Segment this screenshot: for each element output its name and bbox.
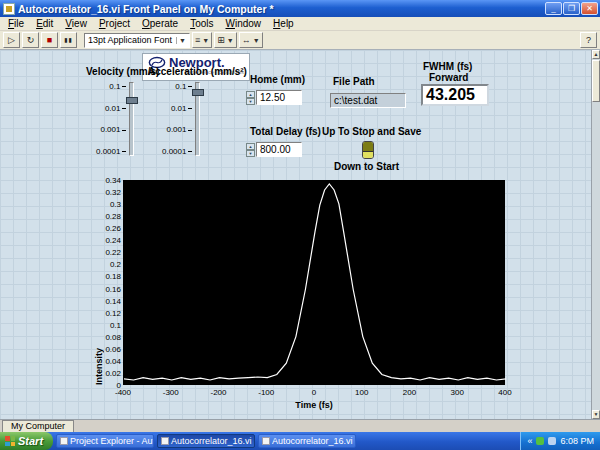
decrement-icon[interactable]: ▼ — [246, 98, 255, 105]
acceleration-label: Acceleration (mm/s²) — [148, 66, 247, 77]
align-objects-dropdown[interactable]: ≡▼ — [192, 32, 212, 48]
taskbar-item-icon — [262, 437, 270, 445]
taskbar-item-icon — [60, 437, 68, 445]
y-tick-label: 0.24 — [105, 236, 121, 245]
labview-front-panel-window: Autocorrelator_16.vi Front Panel on My C… — [0, 0, 600, 450]
menu-operate[interactable]: Operate — [136, 17, 184, 31]
increment-decrement-buttons[interactable]: ▲▼ — [246, 143, 255, 157]
increment-icon[interactable]: ▲ — [246, 91, 255, 98]
slider-tick-label: 0.01 — [171, 104, 193, 113]
fwhm-label: FWHM (fs) — [423, 61, 472, 72]
resize-objects-dropdown[interactable]: ↔▼ — [239, 32, 263, 48]
minimize-button[interactable]: _ — [545, 2, 562, 15]
y-tick-label: 0.2 — [110, 260, 121, 269]
tray-status-icon[interactable] — [536, 437, 544, 445]
taskbar-item[interactable]: Project Explorer - Autoc... — [56, 434, 154, 448]
velocity-slider[interactable]: 0.10.010.0010.0001 — [96, 82, 134, 156]
increment-icon[interactable]: ▲ — [246, 143, 255, 150]
home-label: Home (mm) — [250, 74, 305, 85]
total-delay-control[interactable]: ▲▼ 800.00 — [246, 142, 302, 157]
y-tick-label: 0.02 — [105, 368, 121, 377]
taskbar-item-label: Autocorrelator_16.vi Blo... — [272, 435, 356, 447]
menu-project[interactable]: Project — [93, 17, 136, 31]
stop-start-toggle[interactable] — [362, 141, 374, 159]
x-tick-label: -100 — [258, 388, 274, 397]
x-axis-tick-labels: -400-300-200-1000100200300400 — [123, 388, 505, 398]
y-tick-label: 0.08 — [105, 332, 121, 341]
y-tick-label: 0.16 — [105, 284, 121, 293]
decrement-icon[interactable]: ▼ — [246, 150, 255, 157]
toggle-down-label: Down to Start — [334, 161, 399, 172]
target-tab-strip: My Computer — [0, 419, 600, 432]
clock: 6:08 PM — [560, 436, 594, 446]
x-tick-label: 0 — [312, 388, 316, 397]
file-path-field[interactable]: c:\test.dat — [330, 93, 406, 108]
y-axis-tick-labels: 00.020.040.060.080.10.120.140.160.180.20… — [103, 180, 121, 385]
context-help-button[interactable]: ? — [580, 32, 597, 48]
font-selector-value: 13pt Application Font — [88, 35, 172, 45]
title-bar: Autocorrelator_16.vi Front Panel on My C… — [0, 0, 600, 17]
scrollbar-thumb[interactable] — [592, 60, 600, 102]
pause-button[interactable]: ▮▮ — [60, 32, 77, 48]
acceleration-slider[interactable]: 0.10.010.0010.0001 — [162, 82, 200, 156]
y-tick-label: 0.06 — [105, 344, 121, 353]
total-delay-value[interactable]: 800.00 — [256, 142, 302, 157]
tray-network-icon[interactable] — [548, 437, 556, 445]
velocity-slider-scale: 0.10.010.0010.0001 — [96, 82, 126, 156]
scroll-up-icon[interactable]: ▲ — [592, 50, 600, 59]
y-tick-label: 0.32 — [105, 188, 121, 197]
run-continuous-button[interactable]: ↻ — [22, 32, 39, 48]
velocity-slider-thumb[interactable] — [126, 97, 138, 104]
window-title: Autocorrelator_16.vi Front Panel on My C… — [18, 3, 544, 15]
y-tick-label: 0.34 — [105, 176, 121, 185]
menu-edit[interactable]: Edit — [30, 17, 59, 31]
system-tray: « 6:08 PM — [520, 432, 600, 450]
menu-view[interactable]: View — [59, 17, 93, 31]
distribute-objects-dropdown[interactable]: ⊞▼ — [214, 32, 236, 48]
home-value[interactable]: 12.50 — [256, 90, 302, 105]
slider-tick-label: 0.001 — [100, 125, 126, 134]
vertical-scrollbar[interactable]: ▲ ▼ — [591, 50, 600, 419]
menu-file[interactable]: File — [2, 17, 30, 31]
chevron-down-icon: ▼ — [253, 37, 260, 44]
abort-button[interactable]: ■ — [41, 32, 58, 48]
x-tick-label: 200 — [403, 388, 416, 397]
windows-flag-icon — [5, 436, 15, 446]
acceleration-slider-thumb[interactable] — [192, 89, 204, 96]
y-tick-label: 0.3 — [110, 200, 121, 209]
taskbar-item[interactable]: Autocorrelator_16.vi ... — [157, 434, 255, 448]
start-button[interactable]: Start — [0, 432, 53, 450]
chevron-down-icon: ▼ — [202, 37, 209, 44]
autocorrelation-trace — [124, 181, 506, 386]
home-control[interactable]: ▲▼ 12.50 — [246, 90, 302, 105]
y-tick-label: 0.18 — [105, 272, 121, 281]
close-button[interactable]: ✕ — [581, 2, 598, 15]
slider-tick-label: 0.1 — [109, 82, 126, 91]
font-selector[interactable]: 13pt Application Font ▼ — [84, 33, 190, 48]
menu-help[interactable]: Help — [267, 17, 300, 31]
tray-expand-icon[interactable]: « — [527, 436, 532, 446]
start-button-label: Start — [18, 435, 43, 447]
taskbar-item[interactable]: Autocorrelator_16.vi Blo... — [258, 434, 356, 448]
total-delay-label: Total Delay (fs) — [250, 126, 321, 137]
run-button[interactable]: ▷ — [3, 32, 20, 48]
slider-tick-label: 0.001 — [166, 125, 192, 134]
slider-tick-label: 0.0001 — [96, 147, 126, 156]
toggle-knob[interactable] — [363, 151, 373, 159]
y-tick-label: 0.1 — [110, 320, 121, 329]
autocorrelation-graph: Intensity 00.020.040.060.080.10.120.140.… — [97, 172, 512, 415]
maximize-button[interactable]: ❐ — [563, 2, 580, 15]
x-tick-label: -200 — [210, 388, 226, 397]
my-computer-tab[interactable]: My Computer — [2, 420, 74, 432]
plot-area — [123, 180, 505, 385]
menu-window[interactable]: Window — [220, 17, 268, 31]
increment-decrement-buttons[interactable]: ▲▼ — [246, 91, 255, 105]
taskbar-items: Project Explorer - Autoc...Autocorrelato… — [53, 434, 356, 448]
y-tick-label: 0.12 — [105, 308, 121, 317]
scroll-down-icon[interactable]: ▼ — [592, 410, 600, 419]
toggle-up-label: Up To Stop and Save — [322, 126, 421, 137]
velocity-slider-track[interactable] — [129, 82, 134, 156]
menu-tools[interactable]: Tools — [184, 17, 219, 31]
acceleration-slider-track[interactable] — [195, 82, 200, 156]
toggle-track — [363, 142, 373, 151]
